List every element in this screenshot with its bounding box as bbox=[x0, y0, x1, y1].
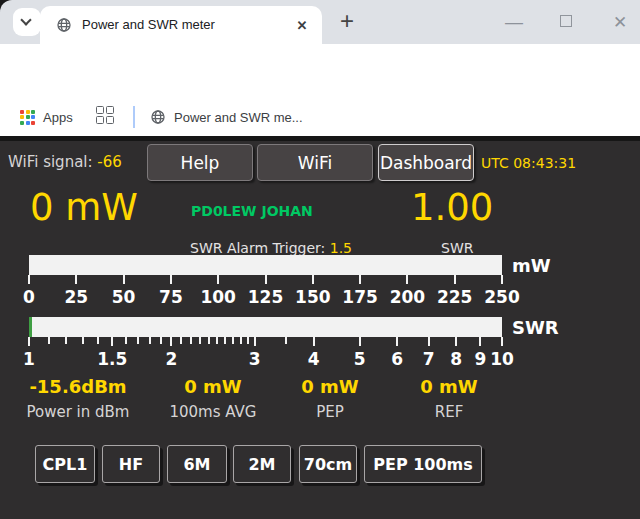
meter-tick bbox=[406, 275, 408, 284]
readout-ref: 0 mW REF bbox=[379, 376, 519, 421]
swr-main-value: 1.00 bbox=[411, 187, 493, 229]
meter-scale-label: 200 bbox=[390, 287, 426, 307]
meter-tick bbox=[313, 337, 315, 346]
apps-shortcut[interactable]: Apps bbox=[20, 104, 73, 130]
apps-label: Apps bbox=[43, 110, 73, 125]
meter-scale-label: 25 bbox=[64, 287, 88, 307]
meter-tick bbox=[479, 337, 481, 346]
mw-meter-bar bbox=[29, 255, 502, 275]
meter-tick bbox=[48, 337, 50, 344]
meter-tick bbox=[232, 337, 234, 344]
meter-tick bbox=[396, 337, 398, 346]
meter-tick bbox=[312, 275, 314, 284]
meter-tick bbox=[65, 337, 67, 344]
meter-tick bbox=[247, 337, 249, 344]
70cm-button[interactable]: 70cm bbox=[299, 445, 357, 483]
meter-scale-label: 1 bbox=[23, 349, 35, 369]
mw-meter: 0255075100125150175200225250 bbox=[29, 255, 502, 309]
meter-tick bbox=[265, 275, 267, 284]
mw-unit-label: mW bbox=[512, 255, 551, 276]
meter-tick bbox=[359, 275, 361, 284]
swr-meter-scale: 11.52345678910 bbox=[29, 349, 502, 371]
swr-alarm-label: SWR Alarm Trigger: bbox=[190, 240, 325, 256]
bookmark-power-swr[interactable]: Power and SWR me... bbox=[150, 104, 303, 130]
browser-toolbar: ← → ⟳ Not secure powermeter.local ★ ⋮ bbox=[0, 44, 640, 98]
readout-dbm: -15.6dBm Power in dBm bbox=[8, 376, 148, 421]
meter-tick bbox=[240, 337, 242, 344]
tab-groups-icon[interactable] bbox=[96, 106, 114, 124]
window-minimize-button[interactable]: — bbox=[496, 0, 532, 44]
power-main-value: 0 mW bbox=[30, 187, 138, 229]
help-button[interactable]: Help bbox=[147, 144, 253, 181]
meter-scale-label: 9 bbox=[474, 349, 486, 369]
meter-scale-label: 0 bbox=[23, 287, 35, 307]
readout-value: 0 mW bbox=[379, 376, 519, 397]
meter-tick bbox=[97, 337, 99, 344]
meter-tick bbox=[208, 337, 210, 344]
meter-tick bbox=[180, 337, 182, 344]
meter-scale-label: 225 bbox=[437, 287, 473, 307]
wifi-button[interactable]: WiFi bbox=[257, 144, 373, 181]
meter-scale-label: 5 bbox=[354, 349, 366, 369]
mw-meter-ticks bbox=[29, 275, 502, 284]
browser-tab[interactable]: Power and SWR meter ✕ bbox=[40, 6, 322, 44]
meter-scale-label: 125 bbox=[248, 287, 284, 307]
meter-tick bbox=[125, 337, 127, 344]
meter-tick bbox=[75, 275, 77, 284]
meter-tick bbox=[216, 337, 218, 344]
power-meter-page: WiFi signal: -66 Help WiFi Dashboard UTC… bbox=[0, 141, 640, 519]
globe-icon bbox=[56, 17, 72, 33]
meter-tick bbox=[28, 275, 30, 284]
meter-scale-label: 100 bbox=[200, 287, 236, 307]
dashboard-button[interactable]: Dashboard bbox=[378, 144, 474, 181]
swr-meter-ticks bbox=[29, 337, 502, 346]
wifi-signal-label: WiFi signal: bbox=[8, 153, 93, 171]
meter-scale-label: 8 bbox=[450, 349, 462, 369]
readout-value: -15.6dBm bbox=[8, 376, 148, 397]
6m-button[interactable]: 6M bbox=[167, 445, 227, 483]
tab-search-button[interactable] bbox=[13, 8, 41, 36]
meter-tick bbox=[455, 337, 457, 346]
window-maximize-button[interactable] bbox=[548, 0, 584, 44]
2m-button[interactable]: 2M bbox=[233, 445, 291, 483]
hf-button[interactable]: HF bbox=[102, 445, 160, 483]
meter-scale-label: 175 bbox=[342, 287, 378, 307]
mw-meter-scale: 0255075100125150175200225250 bbox=[29, 287, 502, 309]
apps-grid-icon bbox=[20, 110, 35, 125]
window-close-button[interactable]: ✕ bbox=[602, 0, 638, 44]
meter-tick bbox=[199, 337, 201, 344]
meter-tick bbox=[254, 337, 256, 346]
meter-tick bbox=[359, 337, 361, 346]
meter-scale-label: 75 bbox=[159, 287, 183, 307]
utc-clock: UTC 08:43:31 bbox=[481, 155, 576, 171]
meter-scale-label: 250 bbox=[484, 287, 520, 307]
readout-label: Power in dBm bbox=[8, 403, 148, 421]
swr-caption: SWR bbox=[441, 240, 473, 256]
new-tab-button[interactable]: + bbox=[332, 6, 362, 36]
swr-meter-bar bbox=[29, 317, 502, 337]
meter-tick bbox=[111, 337, 113, 346]
pep-100ms-button[interactable]: PEP 100ms bbox=[364, 445, 482, 483]
bookmarks-bar: Apps Power and SWR me... bbox=[0, 98, 640, 136]
swr-alarm: SWR Alarm Trigger: 1.5 bbox=[190, 240, 352, 256]
meter-tick bbox=[28, 337, 30, 346]
meter-tick bbox=[170, 337, 172, 346]
tab-close-icon[interactable]: ✕ bbox=[292, 15, 312, 35]
cpl1-button[interactable]: CPL1 bbox=[35, 445, 95, 483]
meter-scale-label: 7 bbox=[423, 349, 435, 369]
meter-tick bbox=[217, 275, 219, 284]
meter-tick bbox=[501, 337, 503, 346]
meter-scale-label: 50 bbox=[112, 287, 136, 307]
tab-strip-background: Power and SWR meter ✕ + — ✕ bbox=[0, 0, 640, 44]
callsign: PD0LEW JOHAN bbox=[191, 203, 313, 219]
swr-meter-fill bbox=[29, 317, 32, 337]
meter-tick bbox=[123, 275, 125, 284]
wifi-signal: WiFi signal: -66 bbox=[8, 153, 122, 171]
chevron-down-icon bbox=[20, 14, 31, 25]
meter-tick bbox=[428, 337, 430, 346]
meter-scale-label: 6 bbox=[391, 349, 403, 369]
wifi-signal-value: -66 bbox=[97, 153, 122, 171]
bookmarks-separator bbox=[133, 106, 135, 128]
tab-title: Power and SWR meter bbox=[82, 6, 215, 44]
swr-unit-label: SWR bbox=[512, 317, 559, 338]
